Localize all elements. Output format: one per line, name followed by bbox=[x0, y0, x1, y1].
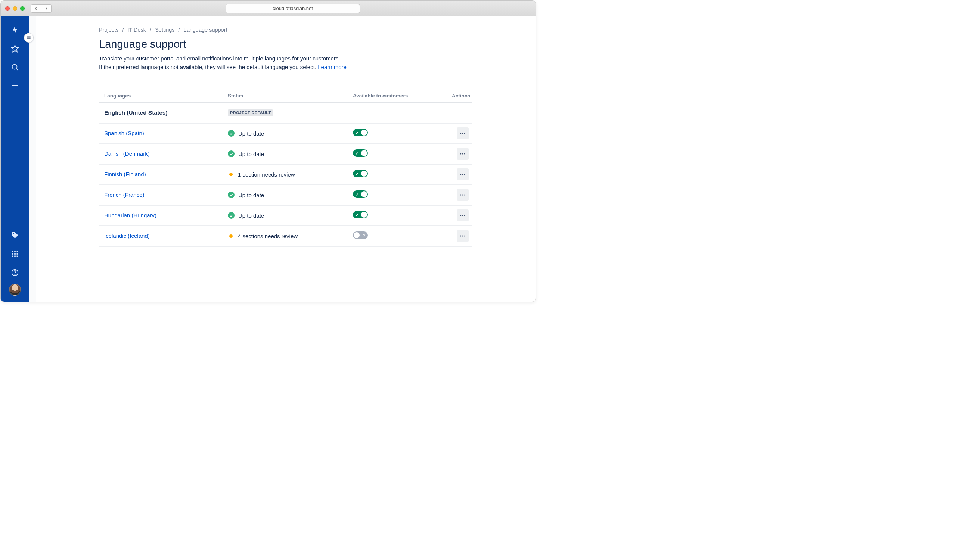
col-header-status: Status bbox=[228, 93, 353, 99]
status-warn-icon bbox=[229, 173, 233, 176]
sidebar-toggle-button[interactable] bbox=[24, 33, 34, 42]
col-header-available: Available to customers bbox=[353, 93, 452, 99]
svg-point-5 bbox=[13, 233, 14, 234]
status-text: Up to date bbox=[238, 151, 264, 157]
svg-rect-13 bbox=[14, 256, 16, 257]
language-link[interactable]: French (France) bbox=[104, 191, 145, 198]
svg-point-22 bbox=[464, 133, 465, 134]
svg-rect-14 bbox=[16, 256, 18, 257]
table-row: English (United States)PROJECT DEFAULT bbox=[99, 103, 472, 124]
search-icon[interactable] bbox=[8, 60, 22, 75]
close-window-button[interactable] bbox=[5, 6, 10, 11]
status-text: Up to date bbox=[238, 130, 264, 136]
svg-point-23 bbox=[460, 154, 461, 155]
global-sidebar bbox=[1, 16, 29, 302]
svg-line-2 bbox=[16, 69, 18, 71]
table-row: Spanish (Spain)Up to date bbox=[99, 124, 472, 144]
svg-point-24 bbox=[462, 154, 464, 155]
row-actions-button[interactable] bbox=[457, 148, 469, 160]
breadcrumb-item[interactable]: IT Desk bbox=[127, 27, 146, 33]
svg-point-30 bbox=[462, 195, 464, 196]
col-header-actions: Actions bbox=[452, 93, 474, 99]
svg-point-27 bbox=[462, 174, 464, 175]
available-toggle[interactable] bbox=[353, 149, 368, 157]
table-header: Languages Status Available to customers … bbox=[99, 89, 472, 103]
maximize-window-button[interactable] bbox=[20, 6, 25, 11]
app-body: Projects / IT Desk / Settings / Language… bbox=[1, 16, 536, 302]
url-bar[interactable]: cloud.atlassian.net bbox=[226, 4, 360, 13]
svg-point-32 bbox=[460, 215, 461, 216]
page-description: Translate your customer portal and email… bbox=[99, 54, 514, 72]
star-icon[interactable] bbox=[8, 41, 22, 56]
svg-rect-8 bbox=[16, 251, 18, 253]
svg-rect-12 bbox=[12, 256, 13, 257]
row-actions-button[interactable] bbox=[457, 127, 469, 139]
check-icon bbox=[354, 212, 359, 217]
product-logo-icon[interactable] bbox=[8, 22, 22, 37]
page-title: Language support bbox=[99, 38, 514, 50]
status-ok-icon bbox=[228, 212, 234, 219]
row-actions-button[interactable] bbox=[457, 189, 469, 201]
language-link[interactable]: Icelandic (Iceland) bbox=[104, 232, 150, 239]
available-toggle[interactable] bbox=[353, 170, 368, 177]
row-actions-button[interactable] bbox=[457, 230, 469, 242]
language-link[interactable]: Finnish (Finland) bbox=[104, 171, 146, 177]
language-link[interactable]: Hungarian (Hungary) bbox=[104, 212, 156, 218]
svg-point-29 bbox=[460, 195, 461, 196]
tag-icon[interactable] bbox=[8, 228, 22, 243]
svg-point-20 bbox=[460, 133, 461, 134]
available-toggle[interactable] bbox=[353, 190, 368, 198]
create-icon[interactable] bbox=[8, 78, 22, 93]
breadcrumb-item: Language support bbox=[184, 27, 227, 33]
browser-chrome: cloud.atlassian.net bbox=[1, 1, 536, 16]
language-link[interactable]: Spanish (Spain) bbox=[104, 130, 144, 136]
svg-point-21 bbox=[462, 133, 464, 134]
close-icon bbox=[362, 233, 366, 237]
table-row: Icelandic (Iceland)4 sections needs revi… bbox=[99, 226, 472, 247]
svg-rect-7 bbox=[14, 251, 16, 253]
default-lozenge: PROJECT DEFAULT bbox=[228, 110, 273, 116]
svg-point-34 bbox=[464, 215, 465, 216]
row-actions-button[interactable] bbox=[457, 209, 469, 221]
svg-rect-6 bbox=[12, 251, 13, 253]
table-row: French (France)Up to date bbox=[99, 185, 472, 206]
status-text: 4 sections needs review bbox=[238, 233, 298, 239]
languages-table: Languages Status Available to customers … bbox=[99, 89, 472, 247]
available-toggle[interactable] bbox=[353, 231, 368, 239]
url-text: cloud.atlassian.net bbox=[273, 6, 313, 11]
table-row: Hungarian (Hungary)Up to date bbox=[99, 206, 472, 226]
available-toggle[interactable] bbox=[353, 129, 368, 136]
svg-point-28 bbox=[464, 174, 465, 175]
svg-point-16 bbox=[14, 274, 15, 275]
table-row: Danish (Denmark)Up to date bbox=[99, 144, 472, 165]
breadcrumb-item[interactable]: Projects bbox=[99, 27, 118, 33]
apps-icon[interactable] bbox=[8, 246, 22, 261]
minimize-window-button[interactable] bbox=[13, 6, 17, 11]
language-name-default: English (United States) bbox=[104, 110, 168, 116]
help-icon[interactable] bbox=[8, 265, 22, 280]
row-actions-button[interactable] bbox=[457, 168, 469, 180]
status-text: Up to date bbox=[238, 212, 264, 219]
check-icon bbox=[354, 171, 359, 176]
svg-point-33 bbox=[462, 215, 464, 216]
language-link[interactable]: Danish (Denmark) bbox=[104, 151, 150, 157]
check-icon bbox=[354, 130, 359, 135]
back-button[interactable] bbox=[31, 5, 41, 13]
collapsed-project-sidebar[interactable] bbox=[29, 16, 36, 302]
check-icon bbox=[354, 192, 359, 196]
user-avatar[interactable] bbox=[9, 284, 21, 296]
svg-point-1 bbox=[12, 64, 17, 69]
breadcrumb-item[interactable]: Settings bbox=[155, 27, 175, 33]
status-text: Up to date bbox=[238, 192, 264, 198]
learn-more-link[interactable]: Learn more bbox=[318, 64, 347, 70]
status-ok-icon bbox=[228, 191, 234, 198]
svg-point-39 bbox=[464, 235, 465, 237]
svg-rect-9 bbox=[12, 253, 13, 255]
breadcrumb: Projects / IT Desk / Settings / Language… bbox=[99, 27, 514, 33]
forward-button[interactable] bbox=[41, 5, 52, 13]
table-row: Finnish (Finland)1 section needs review bbox=[99, 165, 472, 185]
available-toggle[interactable] bbox=[353, 211, 368, 218]
svg-rect-10 bbox=[14, 253, 16, 255]
svg-marker-0 bbox=[11, 45, 18, 52]
status-ok-icon bbox=[228, 130, 234, 136]
